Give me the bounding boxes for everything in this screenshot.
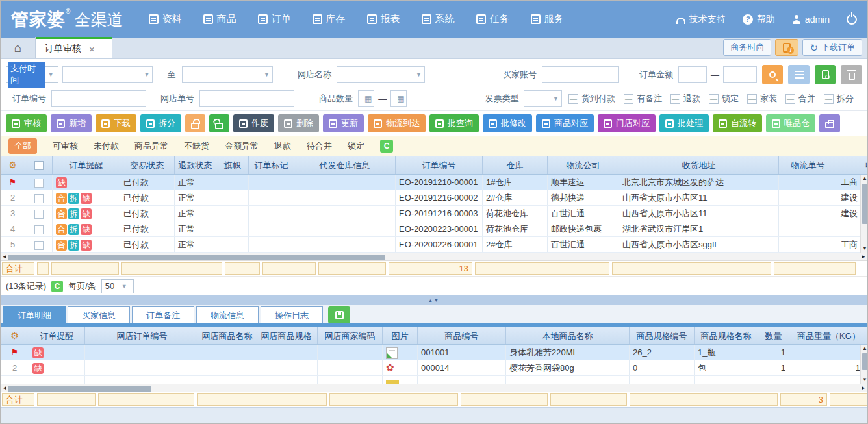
shop-order-no-input[interactable]: [199, 90, 294, 107]
status-tab-refund[interactable]: 退款: [274, 140, 291, 152]
date-from-select[interactable]: ▼: [62, 66, 153, 83]
nav-item-order[interactable]: 订单: [258, 13, 290, 25]
scroll-left-icon[interactable]: ◄: [2, 253, 7, 261]
refund-checkbox[interactable]: —: [670, 94, 680, 104]
save-button[interactable]: [328, 306, 350, 323]
table-row[interactable]: 3合拆缺已付款正常EO-20191216-00003荷花池仓库百世汇通山西省太原…: [1, 206, 868, 221]
checkbox-split[interactable]: —拆分: [824, 93, 854, 105]
detail-tab-order-detail[interactable]: 订单明细: [3, 306, 66, 323]
detail-tab-order-remark[interactable]: 订单备注: [132, 306, 194, 323]
status-tab-auditable[interactable]: 可审核: [53, 140, 78, 152]
logout-button[interactable]: [847, 14, 857, 25]
table-row[interactable]: 4合拆缺已付款正常EO-20200223-00001荷花池仓库邮政快递包裹湖北省…: [1, 221, 868, 237]
orders-vertical-scrollbar[interactable]: ▲ ▼: [860, 175, 868, 253]
note-checkbox[interactable]: —: [624, 94, 633, 104]
toolbar-auto-flow-button[interactable]: 自流转: [713, 114, 762, 132]
toolbar-lock-button[interactable]: [185, 114, 205, 132]
clear-button[interactable]: [841, 65, 862, 84]
detail-tab-logistics-info[interactable]: 物流信息: [196, 306, 259, 323]
help-link[interactable]: ?帮助: [743, 14, 775, 25]
order-no-input[interactable]: [51, 90, 146, 107]
row-checkbox-cell[interactable]: [25, 190, 53, 205]
per-page-select[interactable]: 50 ▼: [101, 279, 134, 293]
row-checkbox-cell[interactable]: [25, 237, 53, 252]
close-icon[interactable]: ×: [89, 44, 95, 55]
status-tab-product-abnormal[interactable]: 商品异常: [134, 140, 168, 152]
amount-min-input[interactable]: [678, 66, 707, 83]
nav-item-goods[interactable]: 商品: [203, 13, 236, 25]
toolbar-update-button[interactable]: 更新: [323, 114, 364, 132]
download-orders-button[interactable]: ↻下载订单: [802, 39, 862, 56]
theme-button[interactable]: 商务时尚: [723, 39, 771, 56]
checkbox[interactable]: [34, 194, 44, 203]
checkbox[interactable]: [34, 179, 44, 188]
nav-item-stock[interactable]: 库存: [313, 13, 345, 25]
scroll-up-icon[interactable]: ▲: [861, 175, 868, 182]
detail-tab-buyer-info[interactable]: 买家信息: [68, 306, 130, 323]
refresh-page-button[interactable]: C: [51, 281, 63, 292]
select-all-checkbox[interactable]: [25, 156, 53, 174]
toolbar-print-button[interactable]: [819, 114, 840, 132]
invoice-type-select[interactable]: ▼: [524, 90, 562, 107]
status-tab-locked[interactable]: 锁定: [348, 140, 364, 152]
list-view-button[interactable]: [788, 65, 810, 84]
toolbar-product-match-button[interactable]: 商品对应: [536, 114, 594, 132]
table-row[interactable]: 5合拆缺已付款正常EO-20200226-000012#仓库百世汇通山西省太原市…: [1, 237, 868, 253]
scroll-left-icon[interactable]: ◄: [2, 384, 7, 392]
row-checkbox-cell[interactable]: [25, 221, 53, 236]
table-row[interactable]: 2合拆缺已付款正常EO-20191216-000022#仓库德邦快递山西省太原市…: [1, 190, 868, 206]
checkbox[interactable]: [34, 241, 44, 250]
toolbar-add-button[interactable]: 新增: [51, 114, 92, 132]
tab-order-audit[interactable]: 订单审核 ×: [36, 37, 112, 58]
nav-item-service[interactable]: 服务: [531, 13, 563, 25]
row-checkbox-cell[interactable]: [25, 206, 53, 221]
checkbox-lock[interactable]: —锁定: [709, 93, 739, 105]
home-tab[interactable]: ⌂: [1, 37, 36, 58]
scroll-right-icon[interactable]: ►: [861, 253, 866, 261]
order-alert-button[interactable]: [775, 39, 798, 56]
status-tab-in-stock[interactable]: 不缺货: [184, 140, 209, 152]
lock-checkbox[interactable]: —: [709, 94, 719, 104]
table-row[interactable]: ⚑缺001001身体乳雅芳220ML26_21_瓶1: [1, 345, 868, 360]
column-settings-gear-icon[interactable]: ⚙: [1, 156, 25, 174]
scroll-right-icon[interactable]: ►: [861, 384, 866, 392]
toolbar-store-match-button[interactable]: 门店对应: [598, 114, 656, 132]
toolbar-audit-button[interactable]: 审核: [6, 114, 47, 132]
nav-item-report[interactable]: 报表: [367, 13, 400, 25]
table-row[interactable]: [1, 376, 868, 384]
checkbox-cod[interactable]: —货到付款: [568, 93, 615, 105]
status-tab-amount-abnormal[interactable]: 金额异常: [225, 140, 259, 152]
toolbar-batch-query-button[interactable]: 批查询: [429, 114, 479, 132]
checkbox[interactable]: [34, 210, 44, 219]
scrollbar-thumb[interactable]: [862, 353, 868, 370]
checkbox-refund[interactable]: —退款: [670, 93, 700, 105]
scrollbar-thumb[interactable]: [8, 255, 385, 260]
toolbar-split-button[interactable]: 拆分: [140, 114, 181, 132]
status-tab-unpaid[interactable]: 未付款: [94, 140, 119, 152]
orders-horizontal-scrollbar[interactable]: ◄ ►: [1, 253, 867, 261]
detail-tab-operation-log[interactable]: 操作日志: [261, 306, 323, 323]
table-row[interactable]: ⚑缺已付款正常EO-20191210-000011#仓库顺丰速运北京北京市东城区…: [1, 175, 868, 190]
merge-checkbox[interactable]: —: [785, 94, 795, 104]
scroll-down-icon[interactable]: ▼: [861, 376, 868, 384]
checkbox-merge[interactable]: —合并: [785, 93, 815, 105]
split-checkbox[interactable]: —: [824, 94, 834, 104]
checkbox-home-install[interactable]: —家装: [747, 93, 777, 105]
nav-item-task[interactable]: 任务: [476, 13, 509, 25]
toolbar-void-button[interactable]: 作废: [233, 114, 274, 132]
scroll-up-icon[interactable]: ▲: [861, 345, 868, 353]
qty-min-input[interactable]: ▦: [358, 90, 374, 107]
status-tab-all[interactable]: 全部: [8, 138, 37, 154]
toolbar-batch-process-button[interactable]: 批处理: [659, 114, 709, 132]
toolbar-unlock-button[interactable]: [209, 114, 229, 132]
checkbox[interactable]: [34, 225, 44, 234]
status-tab-to-merge[interactable]: 待合并: [307, 140, 332, 152]
scroll-down-icon[interactable]: ▼: [861, 245, 868, 253]
tech-support-link[interactable]: 技术支持: [676, 14, 726, 25]
amount-max-input[interactable]: [723, 66, 757, 83]
toolbar-vip-warehouse-button[interactable]: 唯品仓: [766, 114, 815, 132]
row-checkbox-cell[interactable]: [25, 175, 53, 190]
panel-splitter[interactable]: ▲▼: [1, 295, 867, 305]
toolbar-delete-button[interactable]: 删除: [278, 114, 319, 132]
toolbar-logistics-arrival-button[interactable]: 物流到达: [368, 114, 426, 132]
